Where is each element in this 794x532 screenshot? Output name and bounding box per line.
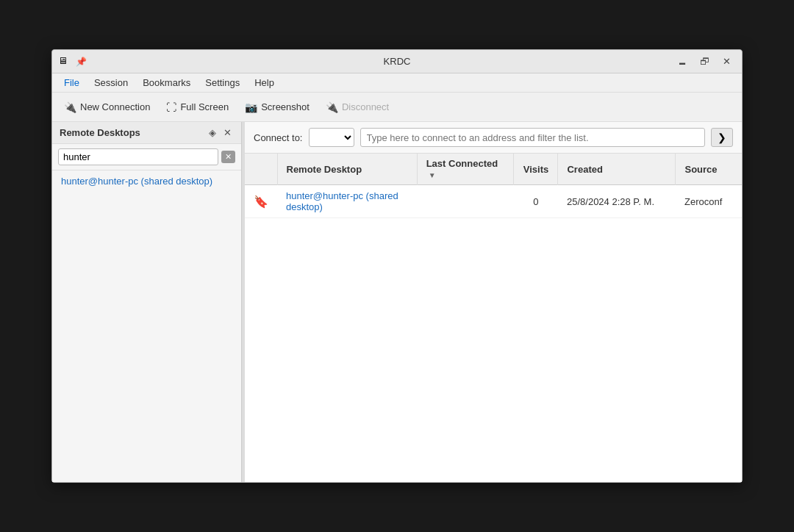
connect-bar: Connect to: VNC RDP ❯	[245, 122, 742, 154]
full-screen-button[interactable]: ⛶ Full Screen	[159, 98, 236, 116]
bookmark-icon: 🔖	[254, 195, 268, 208]
sidebar-search-input[interactable]	[58, 148, 218, 165]
created-cell: 25/8/2024 2:28 P. M.	[558, 185, 676, 218]
disconnect-icon: 🔌	[326, 101, 338, 113]
sidebar-header-icons: ◈ ✕	[207, 126, 234, 139]
content-area: Connect to: VNC RDP ❯ Remote Desk	[245, 122, 742, 482]
col-header-remote-desktop[interactable]: Remote Desktop	[277, 154, 417, 185]
new-connection-label: New Connection	[80, 101, 150, 112]
menu-session[interactable]: Session	[88, 76, 134, 90]
col-header-source[interactable]: Source	[676, 154, 742, 185]
new-connection-icon: 🔌	[64, 101, 76, 113]
last-connected-cell	[417, 185, 514, 218]
col-header-last-connected[interactable]: Last Connected ▼	[417, 154, 514, 185]
disconnect-label: Disconnect	[342, 101, 389, 112]
pin-icon: 📌	[76, 57, 87, 67]
visits-cell: 0	[514, 185, 558, 218]
screenshot-icon: 📷	[245, 101, 257, 113]
toolbar: 🔌 New Connection ⛶ Full Screen 📷 Screens…	[52, 93, 742, 122]
screenshot-button[interactable]: 📷 Screenshot	[237, 98, 317, 116]
sidebar-search-clear-button[interactable]: ✕	[221, 151, 235, 163]
connect-address-input[interactable]	[360, 128, 706, 147]
menu-help[interactable]: Help	[248, 76, 280, 90]
screenshot-label: Screenshot	[261, 101, 310, 112]
connect-protocol-select[interactable]: VNC RDP	[309, 128, 354, 147]
menubar: File Session Bookmarks Settings Help	[52, 73, 742, 93]
close-button[interactable]: ✕	[717, 54, 736, 70]
main-window: 🖥 📌 KRDC 🗕 🗗 ✕ File Session Bookmarks Se…	[51, 49, 743, 483]
sidebar-search-bar: ✕	[52, 144, 241, 170]
full-screen-label: Full Screen	[180, 101, 229, 112]
window-controls: 🗕 🗗 ✕	[673, 54, 736, 70]
sidebar-list: hunter@hunter-pc (shared desktop)	[52, 170, 241, 482]
main-area: Remote Desktops ◈ ✕ ✕ hunter@hunter-pc (…	[52, 122, 742, 482]
minimize-button[interactable]: 🗕	[673, 54, 692, 70]
menu-settings[interactable]: Settings	[199, 76, 246, 90]
table-row: 🔖 hunter@hunter-pc (shared desktop) 0 25…	[245, 185, 742, 218]
remote-desktop-cell[interactable]: hunter@hunter-pc (shared desktop)	[277, 185, 417, 218]
window-title: KRDC	[384, 56, 411, 67]
table-container: Remote Desktop Last Connected ▼ Visits C…	[245, 154, 742, 482]
sidebar-title: Remote Desktops	[60, 127, 140, 138]
connect-go-button[interactable]: ❯	[711, 128, 733, 147]
menu-bookmarks[interactable]: Bookmarks	[137, 76, 196, 90]
sidebar-icon-diamond[interactable]: ◈	[207, 126, 218, 139]
sidebar: Remote Desktops ◈ ✕ ✕ hunter@hunter-pc (…	[52, 122, 242, 482]
maximize-button[interactable]: 🗗	[695, 54, 714, 70]
app-icon: 🖥	[58, 55, 71, 68]
full-screen-icon: ⛶	[166, 101, 176, 113]
source-cell: Zeroconf	[676, 185, 742, 218]
table-header-row: Remote Desktop Last Connected ▼ Visits C…	[245, 154, 742, 185]
col-header-visits[interactable]: Visits	[514, 154, 558, 185]
bookmark-cell[interactable]: 🔖	[245, 185, 277, 218]
menu-file[interactable]: File	[58, 76, 85, 90]
new-connection-button[interactable]: 🔌 New Connection	[57, 98, 157, 116]
titlebar: 🖥 📌 KRDC 🗕 🗗 ✕	[52, 50, 742, 73]
connections-table: Remote Desktop Last Connected ▼ Visits C…	[245, 154, 742, 218]
col-header-created[interactable]: Created	[558, 154, 676, 185]
col-header-bookmark[interactable]	[245, 154, 277, 185]
connect-label: Connect to:	[254, 132, 303, 143]
list-item[interactable]: hunter@hunter-pc (shared desktop)	[52, 172, 241, 190]
sort-arrow-icon: ▼	[429, 171, 436, 179]
sidebar-close-button[interactable]: ✕	[221, 126, 234, 139]
disconnect-button[interactable]: 🔌 Disconnect	[318, 98, 396, 116]
sidebar-header: Remote Desktops ◈ ✕	[52, 122, 241, 144]
